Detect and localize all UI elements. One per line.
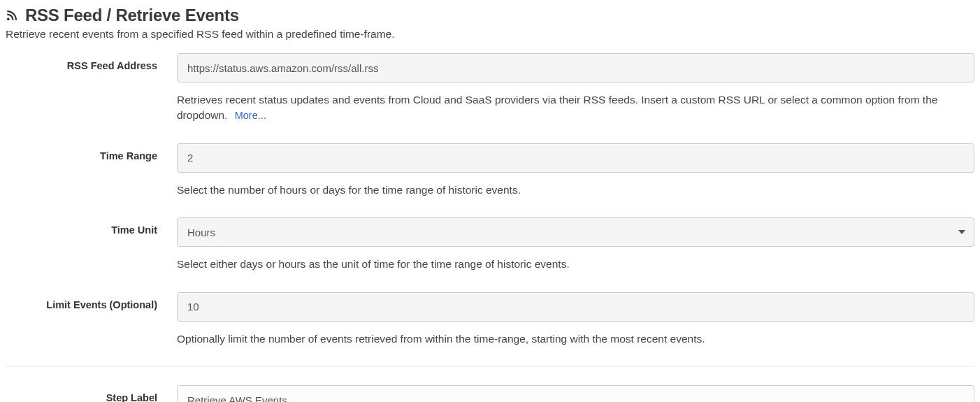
svg-point-0 bbox=[7, 17, 10, 20]
limit-help: Optionally limit the number of events re… bbox=[177, 331, 974, 347]
limit-input[interactable] bbox=[177, 292, 974, 322]
more-link[interactable]: More... bbox=[235, 110, 266, 121]
rss-icon bbox=[6, 9, 18, 22]
time-range-help: Select the number of hours or days for t… bbox=[177, 182, 974, 198]
time-unit-label: Time Unit bbox=[6, 217, 177, 236]
rss-help-text: Retrieves recent status updates and even… bbox=[177, 92, 974, 124]
time-range-label: Time Range bbox=[6, 143, 177, 161]
limit-label: Limit Events (Optional) bbox=[6, 292, 177, 310]
page-subtitle: Retrieve recent events from a specified … bbox=[6, 28, 974, 41]
divider bbox=[6, 366, 974, 367]
rss-address-label: RSS Feed Address bbox=[6, 53, 177, 71]
page-title: RSS Feed / Retrieve Events bbox=[25, 6, 239, 25]
time-range-input[interactable] bbox=[177, 143, 974, 173]
rss-url-input[interactable] bbox=[177, 53, 974, 82]
step-label-label: Step Label bbox=[6, 385, 177, 402]
step-label-input[interactable] bbox=[177, 385, 974, 402]
time-unit-select[interactable]: Hours bbox=[177, 217, 974, 247]
time-unit-help: Select either days or hours as the unit … bbox=[177, 257, 974, 272]
